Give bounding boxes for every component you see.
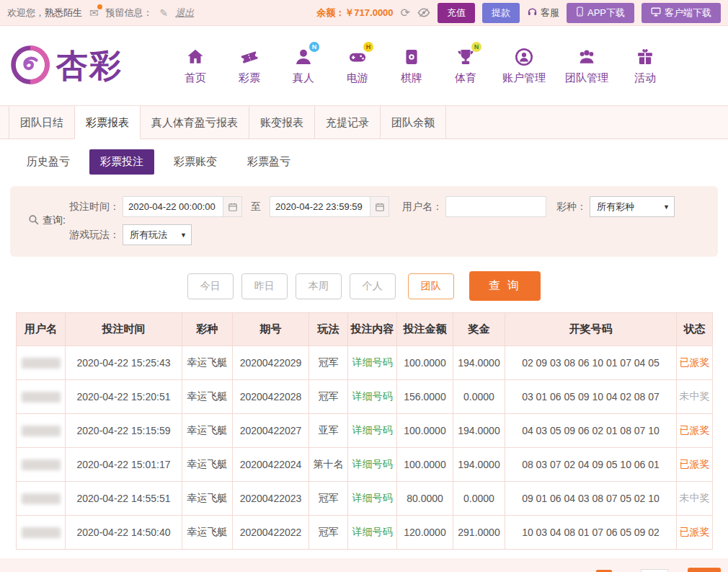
table-row: 2020-04-22 15:20:51 幸运飞艇 20200422028 冠军 … [17, 380, 713, 414]
cell-content: 详细号码 [348, 414, 397, 448]
cell-issue: 20200422022 [233, 516, 309, 550]
calendar-icon[interactable] [223, 196, 242, 217]
edit-icon[interactable]: ✎ [160, 7, 169, 19]
play-type-select[interactable]: 所有玩法 ▼ [123, 224, 192, 245]
subtab-history-pl[interactable]: 历史盈亏 [16, 149, 81, 175]
yesterday-button[interactable]: 昨日 [241, 273, 288, 299]
client-download-button[interactable]: 客户端下载 [642, 3, 721, 23]
main-nav: 首页 彩票 N 真人 H 电游 棋牌 N [178, 46, 662, 85]
headset-icon [527, 6, 538, 19]
detail-numbers-link[interactable]: 详细号码 [352, 492, 393, 503]
today-button[interactable]: 今日 [187, 273, 234, 299]
lottery-type-value: 所有彩种 [597, 201, 634, 214]
status-link[interactable]: 已派奖 [680, 424, 710, 436]
status-link[interactable]: 未中奖 [680, 492, 710, 503]
masked-username [22, 459, 61, 470]
bet-time-to-input[interactable] [270, 196, 370, 217]
current-page-button[interactable]: 1 [596, 570, 612, 572]
cell-lottery: 幸运飞艇 [182, 448, 233, 482]
this-week-button[interactable]: 本周 [296, 273, 342, 299]
nav-item-team[interactable]: 团队管理 [565, 46, 608, 85]
page-jump-input[interactable] [641, 569, 668, 572]
go-button[interactable]: GO [688, 568, 721, 572]
nav-label: 活动 [634, 71, 656, 85]
username-label: 用户名： [402, 201, 443, 214]
status-link[interactable]: 未中奖 [680, 390, 710, 402]
subtab-lottery-pl[interactable]: 彩票盈亏 [236, 149, 301, 175]
tab-account-change[interactable]: 账变报表 [249, 106, 315, 138]
eye-icon[interactable] [417, 8, 430, 17]
trophy-icon: N [455, 46, 476, 68]
tab-live-sports-pl[interactable]: 真人体育盈亏报表 [141, 106, 249, 138]
nav-item-sports[interactable]: N 体育 [448, 46, 483, 85]
tab-team-daily[interactable]: 团队日结 [9, 106, 75, 138]
monitor-icon [651, 7, 661, 19]
calendar-icon[interactable] [370, 196, 389, 217]
cell-issue: 20200422028 [233, 380, 309, 414]
cell-amount: 120.0000 [397, 516, 453, 550]
quick-filter-row: 今日 昨日 本周 个人 团队 查 询 [0, 271, 728, 301]
nav-item-board-games[interactable]: 棋牌 [394, 46, 429, 85]
nav-item-promotions[interactable]: 活动 [628, 46, 662, 85]
query-button[interactable]: 查 询 [469, 271, 541, 301]
tab-lottery-report[interactable]: 彩票报表 [75, 106, 141, 139]
subtab-lottery-bets[interactable]: 彩票投注 [89, 149, 154, 175]
cell-content: 详细号码 [348, 380, 397, 414]
table-row: 2020-04-22 15:25:43 幸运飞艇 20200422029 冠军 … [17, 346, 713, 380]
recharge-button[interactable]: 充值 [438, 3, 475, 23]
username-input[interactable] [445, 196, 546, 217]
bet-time-label: 投注时间： [69, 201, 120, 214]
app-download-button[interactable]: APP下载 [567, 3, 634, 23]
nav-label: 账户管理 [502, 71, 546, 85]
chevron-down-icon: ▼ [180, 232, 187, 239]
nav-item-home[interactable]: 首页 [178, 46, 213, 85]
nav-item-lottery[interactable]: 彩票 [232, 46, 267, 85]
personal-button[interactable]: 个人 [350, 273, 396, 299]
detail-numbers-link[interactable]: 详细号码 [352, 458, 393, 470]
status-link[interactable]: 已派奖 [680, 526, 710, 537]
nav-label: 首页 [185, 71, 206, 85]
customer-service-label: 客服 [541, 6, 559, 19]
lottery-type-label: 彩种： [556, 201, 587, 214]
table-row: 2020-04-22 15:15:59 幸运飞艇 20200422027 亚军 … [17, 414, 713, 448]
cell-numbers: 08 03 07 02 04 09 05 10 06 01 [505, 448, 677, 482]
detail-numbers-link[interactable]: 详细号码 [352, 424, 393, 436]
nav-item-egames[interactable]: H 电游 [340, 46, 375, 85]
account-icon [513, 46, 535, 68]
detail-numbers-link[interactable]: 详细号码 [352, 390, 393, 402]
logout-link[interactable]: 退出 [175, 6, 194, 19]
status-link[interactable]: 已派奖 [680, 458, 710, 470]
bet-time-from-input[interactable] [123, 196, 223, 217]
withdraw-button[interactable]: 提款 [482, 3, 520, 23]
nav-label: 团队管理 [565, 71, 608, 85]
nav-label: 真人 [293, 71, 314, 85]
customer-service-link[interactable]: 客服 [527, 6, 559, 19]
nav-item-live[interactable]: N 真人 [286, 46, 321, 85]
cell-issue: 20200422024 [233, 448, 309, 482]
nav-item-account[interactable]: 账户管理 [502, 46, 546, 85]
tab-deposit-withdraw[interactable]: 充提记录 [315, 106, 381, 138]
detail-numbers-link[interactable]: 详细号码 [352, 356, 393, 368]
team-button[interactable]: 团队 [408, 273, 454, 299]
cell-status: 已派奖 [677, 448, 713, 482]
nav-label: 体育 [455, 71, 476, 85]
message-icon[interactable]: ✉ [89, 6, 99, 19]
site-logo[interactable]: 杏彩 [9, 43, 156, 89]
cell-status: 已派奖 [677, 346, 713, 380]
table-row: 2020-04-22 15:01:17 幸运飞艇 20200422024 第十名… [17, 448, 713, 482]
detail-numbers-link[interactable]: 详细号码 [352, 526, 393, 537]
footer: 备注:如需查看订单详情，请点击状态 总计 6 个记录, 分为 1 页, 当前第 … [0, 558, 728, 572]
status-link[interactable]: 已派奖 [680, 356, 710, 368]
lottery-type-select[interactable]: 所有彩种 ▼ [590, 196, 675, 217]
refresh-icon[interactable]: ⟳ [401, 6, 410, 19]
tab-team-balance[interactable]: 团队余额 [381, 106, 446, 138]
cell-lottery: 幸运飞艇 [182, 380, 233, 414]
search-panel: 查询: 投注时间： 至 用户名： 彩种： 所有彩种 ▼ 游戏玩法： [10, 186, 718, 257]
balance-display: 余额：￥717.0000 [316, 6, 393, 19]
cell-content: 详细号码 [348, 516, 397, 550]
subtab-lottery-account-change[interactable]: 彩票账变 [163, 149, 228, 175]
col-header-numbers: 开奖号码 [505, 313, 677, 346]
gift-icon [634, 46, 656, 68]
app-download-label: APP下载 [587, 6, 625, 19]
cell-status: 未中奖 [677, 380, 713, 414]
